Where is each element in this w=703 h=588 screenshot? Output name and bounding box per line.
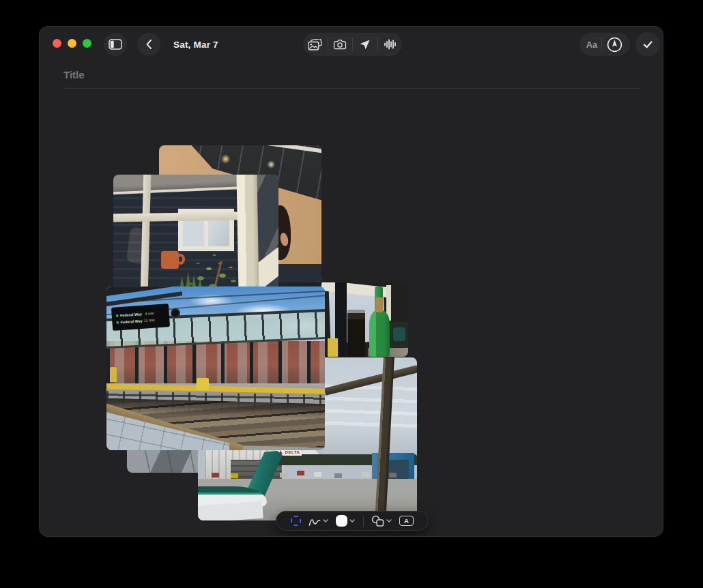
arrival-row: Federal Way 4 min [116, 311, 154, 317]
delta-sign-text: DELTA [285, 450, 300, 454]
journal-entry-window: Sat, Mar 7 [39, 26, 663, 537]
zoom-window-button[interactable] [83, 39, 91, 48]
photo-window-plants[interactable] [113, 175, 278, 292]
arrival-sign: Federal Way 4 min Federal Way 11 min [111, 304, 170, 331]
add-audio-button[interactable] [379, 33, 401, 56]
text-tool-button[interactable]: A [399, 516, 414, 526]
camera-icon [333, 39, 347, 50]
toolbar-divider [363, 515, 364, 527]
format-pill: Aa [579, 33, 630, 56]
art-drink-glass [347, 310, 365, 357]
art-window-jamb [236, 175, 259, 292]
text-format-label: Aa [586, 40, 598, 50]
text-box-icon: A [399, 516, 414, 526]
scribble-icon [309, 516, 321, 527]
location-north-circle-icon [606, 36, 623, 53]
add-location-button[interactable] [354, 33, 376, 56]
title-divider [63, 88, 641, 89]
sidebar-toggle-button[interactable] [104, 33, 127, 56]
toolbar-divider [377, 38, 378, 50]
chevron-down-icon [386, 519, 392, 523]
arrival-row: Federal Way 11 min [116, 318, 154, 324]
close-window-button[interactable] [53, 39, 61, 48]
art-sign-speaker [171, 308, 180, 318]
selection-tool-button[interactable] [291, 516, 301, 526]
back-button[interactable] [137, 33, 160, 56]
destination-label: Federal Way [120, 312, 142, 317]
color-picker-button[interactable] [336, 515, 355, 527]
art-yellow-box [197, 378, 209, 390]
location-arrow-icon [359, 39, 371, 50]
camera-button[interactable] [329, 33, 351, 56]
art-chair [393, 327, 405, 341]
done-button[interactable] [635, 32, 660, 57]
minimize-window-button[interactable] [68, 39, 76, 48]
chevron-down-icon [349, 519, 355, 523]
art-bottle-label [375, 297, 383, 312]
eta-label: 4 min [145, 311, 154, 315]
toolbar-divider [352, 38, 353, 50]
selection-icon [291, 516, 301, 526]
status-dot-icon [116, 321, 119, 323]
status-dot-icon [116, 314, 119, 317]
eta-label: 11 min [144, 318, 155, 323]
titlebar: Sat, Mar 7 [40, 27, 663, 62]
text-format-button[interactable]: Aa [586, 33, 598, 56]
color-swatch [336, 515, 347, 527]
toolbar-divider [601, 38, 602, 50]
chevron-left-icon [145, 39, 152, 50]
shapes-icon [371, 515, 384, 527]
toolbar-divider [328, 38, 328, 50]
attachment-toolbar [303, 33, 402, 56]
art-yellow-pole [328, 338, 338, 357]
suggestions-button[interactable] [606, 33, 623, 56]
entry-date-label: Sat, Mar 7 [173, 27, 218, 62]
checkmark-icon [642, 38, 654, 50]
art-mug-handle [176, 254, 185, 265]
waveform-icon [384, 38, 396, 50]
chevron-down-icon [323, 519, 328, 523]
shapes-tool-button[interactable] [371, 515, 392, 527]
entry-title-input[interactable]: Title [63, 69, 336, 80]
photos-icon [308, 39, 322, 50]
scribble-tool-button[interactable] [309, 516, 328, 527]
destination-label: Federal Way [120, 319, 142, 324]
markup-toolbar: A [276, 511, 429, 531]
desktop-background: Sat, Mar 7 [0, 0, 703, 588]
sidebar-icon [109, 39, 122, 50]
add-photos-button[interactable] [304, 33, 326, 56]
art-yellow-bollard [110, 367, 117, 382]
art-station-buildings [106, 341, 325, 385]
art-bottle-body [369, 310, 390, 357]
photo-train-station[interactable]: Federal Way 4 min Federal Way 11 min [106, 286, 325, 450]
